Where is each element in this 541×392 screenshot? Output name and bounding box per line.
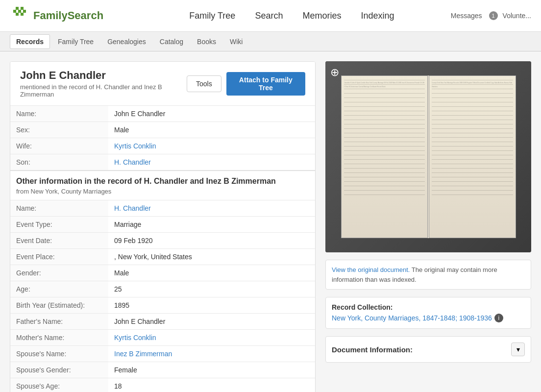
subnav-catalog[interactable]: Catalog <box>154 35 189 49</box>
table-row: Father's Name:John E Chandler <box>10 314 315 330</box>
right-panel: ⊕ <box>325 61 531 392</box>
main-content: John E Chandler mentioned in the record … <box>0 51 541 392</box>
field-value: 1895 <box>108 297 315 314</box>
document-image-box[interactable]: ⊕ <box>325 61 531 252</box>
nav-search[interactable]: Search <box>255 8 283 24</box>
record-collection-label: Record Collection: <box>332 303 525 311</box>
messages-count[interactable]: 1 <box>489 11 498 20</box>
person-header: John E Chandler mentioned in the record … <box>20 69 187 98</box>
nav-memories[interactable]: Memories <box>302 8 341 24</box>
action-bar: John E Chandler mentioned in the record … <box>10 62 315 105</box>
field-value: H. Chandler <box>108 200 315 217</box>
table-row: Age:25 <box>10 281 315 297</box>
table-row: Sex:Male <box>10 122 315 138</box>
record-collection-row: New York, County Marriages, 1847-1848; 1… <box>332 314 525 322</box>
table-row: Son:H. Chandler <box>10 154 315 171</box>
table-row: Event Type:Marriage <box>10 217 315 233</box>
svg-rect-4 <box>23 10 26 13</box>
svg-rect-0 <box>16 7 19 10</box>
table-row: Mother's Name:Kyrtis Conklin <box>10 330 315 346</box>
table-row: Event Place:, New York, United States <box>10 249 315 265</box>
field-label: Sex: <box>10 122 108 138</box>
subnav-genealogies[interactable]: Genealogies <box>101 35 152 49</box>
doc-image-inner: Chandler H John E Kyrtis Conklin New Yor… <box>341 75 516 238</box>
view-original-link[interactable]: View the original document. <box>332 266 410 273</box>
field-label: Spouse's Name: <box>10 346 108 362</box>
table-row: Birth Year (Estimated):1895 <box>10 297 315 314</box>
field-value: H. Chandler <box>108 154 315 171</box>
document-info-expand-button[interactable]: ▾ <box>511 343 525 356</box>
other-section-source: from New York, County Marriages <box>10 188 315 200</box>
table-row: Spouse's Gender:Female <box>10 362 315 378</box>
tools-button[interactable]: Tools <box>187 75 221 92</box>
table-row: Gender:Male <box>10 265 315 281</box>
svg-rect-3 <box>13 10 16 13</box>
field-label: Spouse's Gender: <box>10 362 108 378</box>
nav-indexing[interactable]: Indexing <box>361 8 394 24</box>
table-row: Spouse's Age:18 <box>10 378 315 392</box>
field-value: Kyrtis Conklin <box>108 330 315 346</box>
field-value: Marriage <box>108 217 315 233</box>
top-right: Messages 1 Volunte... <box>451 11 531 20</box>
messages-label[interactable]: Messages <box>451 12 482 20</box>
table-row: Name:John E Chandler <box>10 106 315 122</box>
svg-rect-5 <box>16 13 19 16</box>
field-label: Event Place: <box>10 249 108 265</box>
field-value: John E Chandler <box>108 314 315 330</box>
record-collection-box: Record Collection: New York, County Marr… <box>325 297 531 329</box>
document-info-box: Document Information: ▾ <box>325 336 531 363</box>
doc-page-right: County Clerk New York Marriage Records 1… <box>429 75 516 238</box>
field-label: Birth Year (Estimated): <box>10 297 108 314</box>
field-label: Gender: <box>10 265 108 281</box>
subnav-records[interactable]: Records <box>10 34 50 49</box>
person-subtitle: mentioned in the record of H. Chandler a… <box>20 83 187 98</box>
field-value: Male <box>108 265 315 281</box>
subnav-books[interactable]: Books <box>191 35 222 49</box>
svg-rect-6 <box>21 13 24 16</box>
doc-text-sim-left: Chandler H John E Kyrtis Conklin New Yor… <box>344 81 425 238</box>
other-fields-table: Name:H. ChandlerEvent Type:MarriageEvent… <box>10 200 315 392</box>
other-section-title: Other information in the record of H. Ch… <box>10 171 315 188</box>
primary-fields-table: Name:John E ChandlerSex:MaleWife:Kyrtis … <box>10 105 315 170</box>
doc-text-sim-right: County Clerk New York Marriage Records 1… <box>432 81 513 238</box>
top-bar: FamilySearch Family Tree Search Memories… <box>0 0 541 32</box>
record-collection-link[interactable]: New York, County Marriages, 1847-1848; 1… <box>332 314 492 322</box>
action-buttons: Tools Attach to Family Tree <box>187 72 305 96</box>
chevron-down-icon: ▾ <box>516 345 520 353</box>
field-label: Event Type: <box>10 217 108 233</box>
logo[interactable]: FamilySearch <box>10 6 103 25</box>
volunteer-label[interactable]: Volunte... <box>503 12 531 20</box>
field-label: Name: <box>10 200 108 217</box>
main-nav: Family Tree Search Memories Indexing <box>133 8 451 24</box>
table-row: Spouse's Name:Inez B Zimmerman <box>10 346 315 362</box>
document-image[interactable]: Chandler H John E Kyrtis Conklin New Yor… <box>325 61 531 252</box>
field-value: , New York, United States <box>108 249 315 265</box>
field-value: 18 <box>108 378 315 392</box>
subnav-wiki[interactable]: Wiki <box>224 35 248 49</box>
left-panel: John E Chandler mentioned in the record … <box>10 61 316 392</box>
subnav-family-tree[interactable]: Family Tree <box>52 35 99 49</box>
logo-icon <box>10 6 29 25</box>
field-value: 09 Feb 1920 <box>108 233 315 249</box>
zoom-icon[interactable]: ⊕ <box>330 66 339 79</box>
field-label: Wife: <box>10 138 108 154</box>
doc-page-left: Chandler H John E Kyrtis Conklin New Yor… <box>341 75 428 238</box>
svg-rect-2 <box>18 10 21 13</box>
field-label: Son: <box>10 154 108 171</box>
field-label: Mother's Name: <box>10 330 108 346</box>
logo-text: FamilySearch <box>33 9 103 22</box>
field-label: Spouse's Age: <box>10 378 108 392</box>
field-label: Age: <box>10 281 108 297</box>
table-row: Name:H. Chandler <box>10 200 315 217</box>
person-name: John E Chandler <box>20 69 187 82</box>
nav-family-tree[interactable]: Family Tree <box>189 8 235 24</box>
field-value: Female <box>108 362 315 378</box>
table-row: Event Date:09 Feb 1920 <box>10 233 315 249</box>
attach-button[interactable]: Attach to Family Tree <box>226 72 305 96</box>
field-value: Kyrtis Conklin <box>108 138 315 154</box>
view-original-text: View the original document. The original… <box>325 260 531 290</box>
info-icon[interactable]: i <box>494 314 503 322</box>
sub-nav: Records Family Tree Genealogies Catalog … <box>0 32 541 51</box>
document-info-label: Document Information: <box>332 345 413 354</box>
field-label: Father's Name: <box>10 314 108 330</box>
